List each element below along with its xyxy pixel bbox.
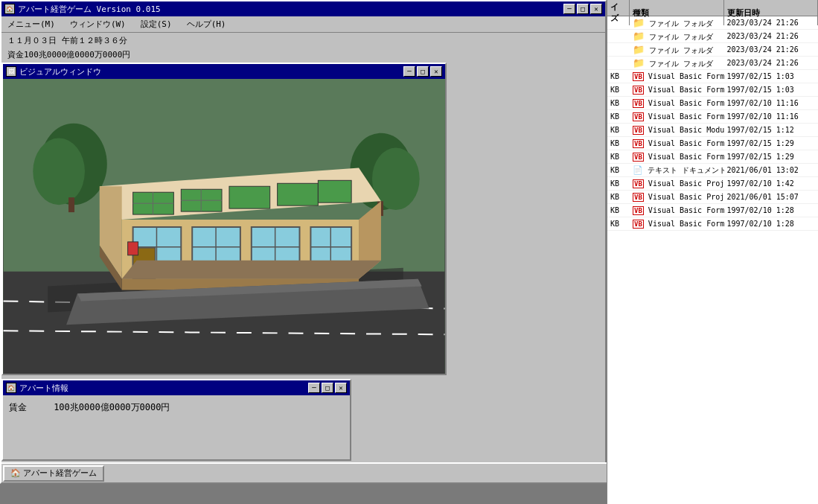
file-row[interactable]: KB VB Visual Basic Form ... 1997/02/15 1… (607, 150, 818, 164)
file-type: VB Visual Basic Projec... (630, 192, 724, 202)
file-row[interactable]: 📁 ファイル フォルダ 2023/03/24 21:26 (607, 16, 818, 30)
file-date: 1997/02/10 11:16 (724, 112, 819, 121)
file-row[interactable]: KB VB Visual Basic Form ... 1997/02/10 1… (607, 204, 818, 217)
file-size: KB (607, 112, 630, 121)
file-date: 1997/02/15 1:29 (724, 138, 819, 148)
file-list: 📁 ファイル フォルダ 2023/03/24 21:26 📁 ファイル フォルダ… (607, 16, 818, 231)
apt-info-window: 🏠 アパート情報 ─ □ ✕ 賃金 100兆0000億0000万0000円 (1, 379, 351, 461)
svg-rect-39 (128, 242, 138, 255)
file-date: 2023/03/24 21:26 (724, 58, 819, 68)
file-size: KB (607, 85, 630, 95)
file-row[interactable]: 📁 ファイル フォルダ 2023/03/24 21:26 (607, 30, 818, 43)
file-type: 📁 ファイル フォルダ (630, 16, 724, 30)
taskbar: 🏠 アパート経営ゲーム (1, 462, 608, 482)
menu-help[interactable]: ヘルプ(H) (184, 18, 229, 31)
visual-window: 🖼 ビジュアルウィンドウ ─ □ ✕ (1, 63, 447, 375)
file-type: VB Visual Basic Form ... (630, 152, 724, 162)
svg-rect-20 (318, 180, 351, 202)
file-panel: イズ 種類 更新日時 📁 ファイル フォルダ 2023/03/24 21:26 … (607, 0, 818, 504)
visual-minimize-btn[interactable]: ─ (403, 66, 415, 77)
svg-point-5 (33, 138, 85, 205)
file-date: 1997/02/15 1:29 (724, 152, 819, 162)
taskbar-label: アパート経営ゲーム (23, 468, 97, 479)
main-window-title: アパート経営ゲーム Version 0.015 (18, 4, 161, 15)
file-row[interactable]: KB VB Visual Basic Module 1997/02/15 1:1… (607, 124, 818, 137)
taskbar-main-btn[interactable]: 🏠 アパート経営ゲーム (3, 465, 104, 482)
date-time-display: １１月０３日 午前１２時３６分 (7, 36, 127, 45)
svg-marker-40 (122, 261, 381, 279)
file-date: 2023/03/24 21:26 (724, 45, 819, 54)
file-size: KB (607, 179, 630, 188)
apt-icon: 🏠 (6, 383, 16, 393)
file-row[interactable]: 📁 ファイル フォルダ 2023/03/24 21:26 (607, 43, 818, 57)
file-date: 2021/06/01 15:07 (724, 192, 819, 202)
main-title-bar: 🏠 アパート経営ゲーム Version 0.015 ─ □ ✕ (1, 1, 605, 16)
visual-content (3, 79, 445, 374)
file-date: 1997/02/10 1:42 (724, 179, 819, 188)
file-size (607, 22, 630, 24)
visual-window-title: ビジュアルウィンドウ (19, 66, 101, 77)
file-type: VB Visual Basic Form ... (630, 71, 724, 81)
apt-minimize-btn[interactable]: ─ (308, 383, 320, 393)
main-window-controls: ─ □ ✕ (563, 4, 602, 14)
visual-window-controls: ─ □ ✕ (403, 66, 442, 77)
title-bar-left: 🏠 アパート経営ゲーム Version 0.015 (4, 4, 161, 15)
file-row[interactable]: KB VB Visual Basic Project 1997/02/10 1:… (607, 177, 818, 191)
file-size: KB (607, 138, 630, 148)
menu-menu[interactable]: メニュー(M) (4, 18, 58, 31)
file-date: 2023/03/24 21:26 (724, 18, 819, 28)
file-date: 1997/02/15 1:03 (724, 71, 819, 81)
minimize-button[interactable]: ─ (563, 4, 575, 14)
apt-content: 賃金 100兆0000億0000万0000円 (3, 395, 350, 420)
file-date: 1997/02/15 1:12 (724, 125, 819, 135)
file-type: 📄 テキスト ドキュメント (630, 165, 724, 176)
menu-settings[interactable]: 設定(S) (138, 18, 175, 31)
file-row[interactable]: KB VB Visual Basic Form ... 1997/02/15 1… (607, 83, 818, 97)
rent-label: 賃金 (9, 402, 27, 412)
file-type: VB Visual Basic Form ... (630, 112, 724, 121)
file-row[interactable]: KB VB Visual Basic Form ... 1997/02/10 1… (607, 217, 818, 231)
menu-window[interactable]: ウィンドウ(W) (67, 18, 129, 31)
visual-title-bar: 🖼 ビジュアルウィンドウ ─ □ ✕ (3, 64, 445, 79)
apt-maximize-btn[interactable]: □ (322, 383, 333, 393)
file-type: VB Visual Basic Form ... (630, 219, 724, 229)
file-row[interactable]: KB VB Visual Basic Form ... 1997/02/10 1… (607, 110, 818, 124)
file-row[interactable]: KB VB Visual Basic Form ... 1997/02/10 1… (607, 97, 818, 110)
file-date: 2023/03/24 21:26 (724, 31, 819, 41)
main-window: 🏠 アパート経営ゲーム Version 0.015 ─ □ ✕ メニュー(M) … (0, 0, 607, 484)
file-type: VB Visual Basic Form ... (630, 85, 724, 95)
money-display: 資金100兆0000億0000万0000円 (7, 50, 130, 60)
file-row[interactable]: KB VB Visual Basic Form ... 1997/02/15 1… (607, 137, 818, 150)
apt-window-controls: ─ □ ✕ (308, 383, 347, 393)
file-size: KB (607, 71, 630, 81)
file-size: KB (607, 205, 630, 215)
file-date: 2021/06/01 13:02 (724, 165, 819, 175)
file-row[interactable]: KB VB Visual Basic Projec... 2021/06/01 … (607, 191, 818, 204)
file-size (607, 49, 630, 51)
file-type: 📁 ファイル フォルダ (630, 30, 724, 43)
apt-close-btn[interactable]: ✕ (335, 383, 347, 393)
close-button[interactable]: ✕ (590, 4, 602, 14)
file-type: VB Visual Basic Project (630, 179, 724, 188)
scene-container (3, 79, 445, 374)
file-row[interactable]: KB 📄 テキスト ドキュメント 2021/06/01 13:02 (607, 164, 818, 177)
file-size (607, 36, 630, 37)
visual-maximize-btn[interactable]: □ (417, 66, 429, 77)
maximize-button[interactable]: □ (577, 4, 589, 14)
apt-window-title: アパート情報 (19, 383, 68, 394)
visual-close-btn[interactable]: ✕ (430, 66, 442, 77)
menu-bar: メニュー(M) ウィンドウ(W) 設定(S) ヘルプ(H) (1, 16, 605, 33)
file-row[interactable]: KB VB Visual Basic Form ... 1997/02/15 1… (607, 70, 818, 83)
file-date: 1997/02/15 1:03 (724, 85, 819, 95)
taskbar-icon: 🏠 (10, 468, 21, 478)
file-size: KB (607, 192, 630, 202)
apt-title-left: 🏠 アパート情報 (6, 383, 68, 394)
file-size (607, 63, 630, 64)
svg-rect-18 (229, 186, 270, 208)
visual-title-left: 🖼 ビジュアルウィンドウ (6, 66, 101, 77)
file-date: 1997/02/10 1:28 (724, 219, 819, 229)
file-date: 1997/02/10 11:16 (724, 98, 819, 108)
file-row[interactable]: 📁 ファイル フォルダ 2023/03/24 21:26 (607, 57, 818, 70)
file-date: 1997/02/10 1:28 (724, 205, 819, 215)
file-type: 📁 ファイル フォルダ (630, 43, 724, 57)
